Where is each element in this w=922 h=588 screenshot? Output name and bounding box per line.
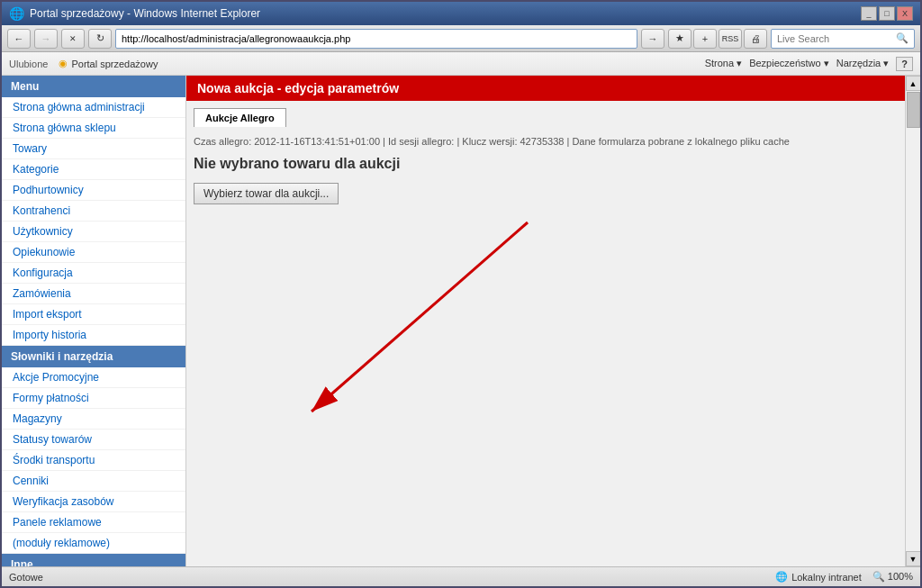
window-controls: _ □ X xyxy=(861,6,913,21)
arrow-annotation xyxy=(194,204,898,457)
sidebar-item-statusy-towarow[interactable]: Statusy towarów xyxy=(2,430,185,450)
sidebar-item-podhurtownicy[interactable]: Podhurtownicy xyxy=(2,180,185,201)
sidebar: Menu Strona główna administracji Strona … xyxy=(2,76,186,566)
tab-bar: Aukcje Allegro xyxy=(194,108,898,127)
search-icon[interactable]: 🔍 xyxy=(896,32,908,44)
refresh-button[interactable]: ↻ xyxy=(88,29,112,49)
strona-button[interactable]: Strona ▾ xyxy=(705,58,742,69)
sidebar-item-konfiguracja[interactable]: Konfiguracja xyxy=(2,263,185,284)
restore-button[interactable]: □ xyxy=(879,6,895,21)
address-bar xyxy=(115,29,637,49)
content-body: Aukcje Allegro Czas allegro: 2012-11-16T… xyxy=(186,101,905,566)
content-area: Nowa aukcja - edycja parametrów Aukcje A… xyxy=(186,76,905,566)
toolbar-right: ★ + RSS 🖨 xyxy=(668,29,767,49)
sidebar-item-importy-historia[interactable]: Importy historia xyxy=(2,325,185,346)
sidebar-item-uzytkownicy[interactable]: Użytkownicy xyxy=(2,222,185,242)
inne-header: Inne xyxy=(2,554,185,566)
minimize-button[interactable]: _ xyxy=(861,6,877,21)
sidebar-item-zamowienia[interactable]: Zamówienia xyxy=(2,284,185,304)
browser-toolbar: ← → ✕ ↻ → ★ + RSS 🖨 🔍 xyxy=(2,25,920,52)
rss-button[interactable]: RSS xyxy=(719,29,742,49)
search-input[interactable] xyxy=(777,33,892,44)
help-button[interactable]: ? xyxy=(896,57,913,71)
sidebar-item-strona-glowna-sklep[interactable]: Strona główna sklepu xyxy=(2,118,185,139)
favorites-right-controls: Strona ▾ Bezpieczeństwo ▾ Narzędzia ▾ ? xyxy=(705,57,913,71)
portal-favorite-link[interactable]: ◉ Portal sprzedażowy xyxy=(59,58,158,69)
sidebar-item-magazyny[interactable]: Magazyny xyxy=(2,409,185,430)
svg-line-1 xyxy=(312,222,528,412)
ulubione-label: Ulubione xyxy=(9,59,48,69)
sidebar-item-cenniki[interactable]: Cenniki xyxy=(2,471,185,492)
status-ready-text: Gotowe xyxy=(9,572,768,583)
main-area: Menu Strona główna administracji Strona … xyxy=(2,76,920,566)
sidebar-item-panele-reklamowe[interactable]: Panele reklamowe xyxy=(2,512,185,533)
browser-window: 🌐 Portal sprzedażowy - Windows Internet … xyxy=(0,0,922,588)
address-input[interactable] xyxy=(122,33,631,44)
scroll-thumb[interactable] xyxy=(907,92,920,128)
vertical-scrollbar: ▲ ▼ xyxy=(905,76,920,566)
stop-button[interactable]: ✕ xyxy=(61,29,85,49)
sidebar-item-kategorie[interactable]: Kategorie xyxy=(2,159,185,180)
info-bar: Czas allegro: 2012-11-16T13:41:51+01:00 … xyxy=(194,134,898,149)
ie-globe-icon: 🌐 xyxy=(9,6,24,21)
favorites-button[interactable]: ★ xyxy=(668,29,692,49)
sidebar-item-formy-platnosci[interactable]: Formy płatności xyxy=(2,388,185,409)
status-zone-group: 🌐 Lokalny intranet xyxy=(775,571,862,583)
sidebar-item-weryfikacja-zasobow[interactable]: Weryfikacja zasobów xyxy=(2,492,185,512)
status-zoom-group: 🔍 100% xyxy=(872,571,913,583)
sidebar-item-towary[interactable]: Towary xyxy=(2,139,185,159)
menu-header: Menu xyxy=(2,76,185,97)
zone-icon: 🌐 xyxy=(775,571,788,583)
sidebar-item-opiekunowie[interactable]: Opiekunowie xyxy=(2,242,185,263)
forward-button[interactable]: → xyxy=(34,29,58,49)
slowniki-header: Słowniki i narzędzia xyxy=(2,346,185,367)
bezpieczenstwo-button[interactable]: Bezpieczeństwo ▾ xyxy=(749,58,829,69)
status-zone-text: Lokalny intranet xyxy=(791,572,862,583)
status-bar: Gotowe 🌐 Lokalny intranet 🔍 100% xyxy=(2,566,920,586)
content-with-scrollbar: Nowa aukcja - edycja parametrów Aukcje A… xyxy=(186,76,920,566)
favorites-bar: Ulubione ◉ Portal sprzedażowy Strona ▾ B… xyxy=(2,52,920,76)
sidebar-item-akcje-promocyjne[interactable]: Akcje Promocyjne xyxy=(2,367,185,388)
sidebar-item-kontrahenci[interactable]: Kontrahenci xyxy=(2,201,185,222)
scroll-up-button[interactable]: ▲ xyxy=(906,76,921,91)
no-item-message: Nie wybrano towaru dla aukcji xyxy=(194,156,898,172)
window-title: Portal sprzedażowy - Windows Internet Ex… xyxy=(30,7,260,20)
go-button[interactable]: → xyxy=(641,29,664,49)
add-favorites-button[interactable]: + xyxy=(693,29,717,49)
print-button[interactable]: 🖨 xyxy=(744,29,767,49)
title-text-group: 🌐 Portal sprzedażowy - Windows Internet … xyxy=(9,6,260,21)
zoom-icon: 🔍 xyxy=(872,571,885,582)
tab-aukcje-allegro[interactable]: Aukcje Allegro xyxy=(194,108,286,127)
sidebar-item-srodki-transportu[interactable]: Środki transportu xyxy=(2,450,185,471)
portal-icon: ◉ xyxy=(59,58,68,69)
scroll-track xyxy=(906,91,920,551)
select-item-button[interactable]: Wybierz towar dla aukcji... xyxy=(194,183,339,204)
sidebar-item-import-eksport[interactable]: Import eksport xyxy=(2,304,185,325)
sidebar-item-moduly-reklamowe[interactable]: (moduły reklamowe) xyxy=(2,533,185,554)
status-zoom-text: 100% xyxy=(888,571,913,582)
search-box: 🔍 xyxy=(771,29,915,49)
close-button[interactable]: X xyxy=(897,6,913,21)
back-button[interactable]: ← xyxy=(7,29,31,49)
narzedzia-button[interactable]: Narzędzia ▾ xyxy=(836,58,890,69)
sidebar-item-strona-glowna-admin[interactable]: Strona główna administracji xyxy=(2,97,185,118)
content-header: Nowa aukcja - edycja parametrów xyxy=(186,76,905,101)
scroll-down-button[interactable]: ▼ xyxy=(906,551,921,566)
status-right-group: 🌐 Lokalny intranet 🔍 100% xyxy=(775,571,913,583)
red-arrow-svg xyxy=(194,204,898,457)
title-bar: 🌐 Portal sprzedażowy - Windows Internet … xyxy=(2,2,920,25)
